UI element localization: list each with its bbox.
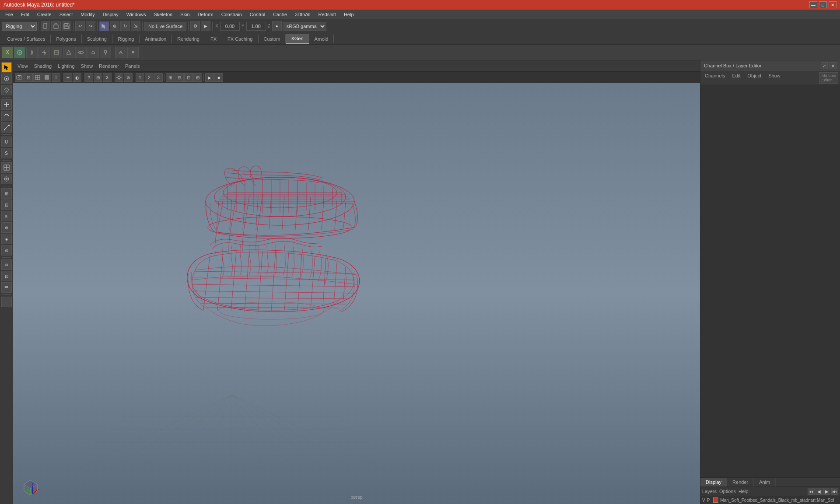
xgen-icon-10[interactable]: [115, 47, 126, 58]
viewport-show-menu[interactable]: Show: [78, 63, 96, 70]
module-selector[interactable]: Rigging: [2, 22, 37, 31]
layer-tab-render[interactable]: Render: [727, 478, 754, 486]
tool-button-c[interactable]: ≡: [1, 211, 12, 221]
layer-nav-prev[interactable]: ◀: [816, 488, 822, 495]
rotate-button[interactable]: [1, 111, 12, 121]
menu-help[interactable]: Help: [340, 11, 357, 18]
tool-button-a[interactable]: ⊞: [1, 188, 12, 199]
shelf-tab-sculpting[interactable]: Sculpting: [82, 35, 112, 43]
options-option[interactable]: Options: [719, 489, 736, 494]
help-option[interactable]: Help: [738, 489, 749, 494]
xgen-icon-1[interactable]: X: [2, 47, 13, 58]
select-arrow-button[interactable]: [1, 62, 12, 73]
rotate-tool-button[interactable]: ↻: [120, 21, 130, 31]
shelf-tab-rendering[interactable]: Rendering: [172, 35, 205, 43]
menu-modify[interactable]: Modify: [77, 11, 98, 18]
camera-icon[interactable]: [15, 73, 24, 82]
maximize-button[interactable]: □: [819, 1, 827, 8]
solid-icon[interactable]: [42, 73, 51, 82]
viewport-view-menu[interactable]: View: [15, 63, 31, 70]
xgen-icon-3[interactable]: [26, 47, 38, 58]
shelf-tab-animation[interactable]: Animation: [140, 35, 172, 43]
shelf-tab-polygons[interactable]: Polygons: [51, 35, 81, 43]
display-mode-button[interactable]: [1, 162, 12, 173]
tool-button-i[interactable]: ☰: [1, 282, 12, 293]
xgen-icon-2[interactable]: [14, 47, 25, 58]
save-file-button[interactable]: [62, 21, 71, 31]
undo-button[interactable]: ↩: [75, 21, 85, 31]
menu-redshift[interactable]: Redshift: [315, 11, 340, 18]
tool-button-b[interactable]: ⊟: [1, 200, 12, 210]
new-file-button[interactable]: [41, 21, 50, 31]
viewport-nav-icon-3[interactable]: ⊡: [184, 73, 193, 82]
xgen-icon-7[interactable]: [75, 47, 87, 58]
xgen-icon-9[interactable]: [100, 47, 111, 58]
fit-view-icon[interactable]: ⊡: [24, 73, 33, 82]
no-live-surface-button[interactable]: No Live Surface: [144, 22, 186, 31]
menu-file[interactable]: File: [2, 11, 17, 18]
viewport-lighting-menu[interactable]: Lighting: [55, 63, 77, 70]
xgen-icon-11[interactable]: ✕: [127, 47, 139, 58]
shelf-tab-xgen[interactable]: XGen: [286, 34, 309, 44]
object-menu[interactable]: Object: [745, 72, 764, 84]
shadow-icon[interactable]: ◐: [73, 73, 81, 82]
open-file-button[interactable]: [51, 21, 61, 31]
layers-option[interactable]: Layers: [702, 489, 717, 494]
shelf-tab-fx[interactable]: FX: [205, 35, 222, 43]
layer-tab-anim[interactable]: Anim: [754, 478, 776, 486]
snap-x-field[interactable]: [220, 22, 240, 31]
viewport-3d[interactable]: persp X Y Z: [13, 83, 700, 504]
shelf-tab-fx-caching[interactable]: FX Caching: [222, 35, 258, 43]
close-button[interactable]: ✕: [829, 1, 836, 8]
layer-nav-last[interactable]: ⏭: [831, 488, 838, 495]
viewport-btn-isolate[interactable]: ⊗: [124, 73, 133, 82]
shelf-tab-arnold[interactable]: Arnold: [309, 35, 334, 43]
menu-skin[interactable]: Skin: [177, 11, 193, 18]
move-button[interactable]: [1, 99, 12, 110]
scale-tool-button[interactable]: ⇲: [131, 21, 140, 31]
lasso-select-button[interactable]: [1, 85, 12, 95]
quality-low-icon[interactable]: 1: [136, 73, 144, 82]
viewport-nav-icon-4[interactable]: ⊞: [193, 73, 202, 82]
show-menu[interactable]: Show: [766, 72, 783, 84]
tool-button-d[interactable]: ⊕: [1, 222, 12, 233]
tool-button-h[interactable]: ⊡: [1, 271, 12, 281]
channels-menu[interactable]: Channels: [702, 72, 728, 84]
wireframe-icon[interactable]: [33, 73, 42, 82]
layer-nav-next[interactable]: ▶: [823, 488, 830, 495]
xgen-icon-8[interactable]: [88, 47, 99, 58]
menu-windows[interactable]: Windows: [123, 11, 150, 18]
isolate-select-button[interactable]: [1, 174, 12, 184]
render-button[interactable]: ▶: [201, 21, 210, 31]
viewport-nav-icon-1[interactable]: ⊞: [166, 73, 175, 82]
quality-med-icon[interactable]: 2: [145, 73, 154, 82]
menu-skeleton[interactable]: Skeleton: [150, 11, 176, 18]
channel-box-close-button[interactable]: ✕: [830, 62, 836, 69]
menu-select[interactable]: Select: [56, 11, 77, 18]
viewport-render-stop-icon[interactable]: ■: [214, 73, 223, 82]
layer-item[interactable]: V P Man_Soft_Footbed_Sandals_Black_mb_st…: [700, 496, 840, 504]
grid-icon[interactable]: #: [84, 73, 93, 82]
viewport-nav-icon-2[interactable]: ⊟: [175, 73, 184, 82]
gamma-selector[interactable]: sRGB gamma: [283, 22, 326, 31]
render-settings-button[interactable]: ⚙: [190, 21, 200, 31]
menu-display[interactable]: Display: [99, 11, 122, 18]
menu-edit[interactable]: Edit: [18, 11, 33, 18]
select-tool-button[interactable]: [99, 21, 109, 31]
menu-create[interactable]: Create: [34, 11, 55, 18]
viewport-panels-menu[interactable]: Panels: [122, 63, 143, 70]
layer-nav-first[interactable]: ⏮: [808, 488, 815, 495]
tool-button-e[interactable]: ◈: [1, 234, 12, 244]
snap-y-field[interactable]: [246, 22, 266, 31]
menu-constrain[interactable]: Constrain: [218, 11, 245, 18]
xray-icon[interactable]: X: [103, 73, 112, 82]
menu-cache[interactable]: Cache: [270, 11, 290, 18]
attr-editor-tab[interactable]: AttributeEditor: [819, 72, 838, 84]
layer-tab-display[interactable]: Display: [700, 478, 727, 486]
tool-button-g[interactable]: ⧈: [1, 259, 12, 270]
minimize-button[interactable]: —: [809, 1, 817, 8]
viewport-renderer-menu[interactable]: Renderer: [96, 63, 122, 70]
more-tools-button[interactable]: ⋯: [1, 297, 12, 307]
soft-select-button[interactable]: S: [1, 148, 12, 158]
menu-deform[interactable]: Deform: [194, 11, 217, 18]
